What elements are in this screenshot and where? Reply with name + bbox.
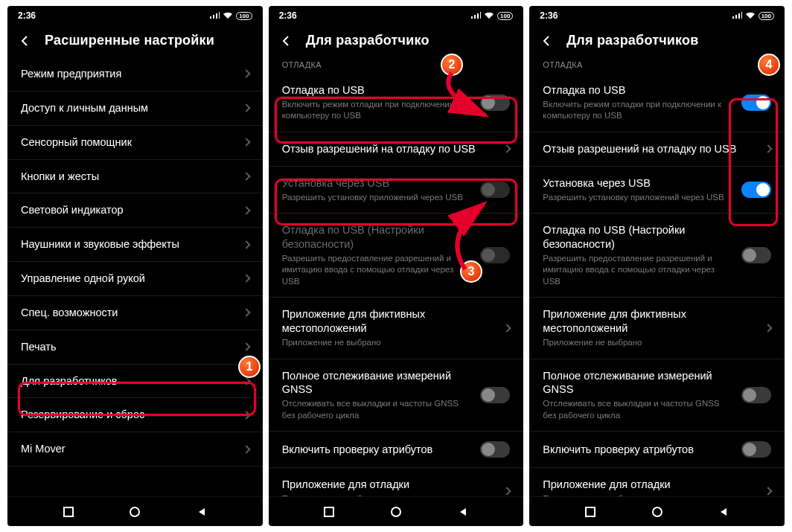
settings-row[interactable]: Включить проверку атрибутов xyxy=(529,432,785,468)
settings-list: Режим предприятияДоступ к личным даннымС… xyxy=(7,57,263,496)
toggle-switch[interactable] xyxy=(741,182,771,198)
settings-row[interactable]: Приложение для отладкиПриложение не выбр… xyxy=(269,468,524,496)
settings-row[interactable]: Приложение для фиктивных местоположенийП… xyxy=(269,298,524,359)
settings-row[interactable]: Печать xyxy=(7,330,263,365)
row-subtitle: Отслеживать все выкладки и частоты GNSS … xyxy=(543,398,734,421)
settings-row[interactable]: Отладка по USBВключить режим отладки при… xyxy=(529,74,785,132)
row-title: Отзыв разрешений на отладку по USB xyxy=(282,142,497,156)
settings-row[interactable]: Режим предприятия xyxy=(7,57,263,92)
svg-point-5 xyxy=(653,507,662,516)
nav-back-icon[interactable] xyxy=(196,506,208,518)
app-bar: Для разработчиков xyxy=(529,22,785,57)
settings-row[interactable]: Отладка по USBВключить режим отладки при… xyxy=(269,74,524,132)
toggle-switch[interactable] xyxy=(480,441,510,458)
chevron-right-icon xyxy=(242,411,250,419)
settings-row[interactable]: Наушники и звуковые эффекты xyxy=(7,228,263,262)
row-title: Световой индикатор xyxy=(21,203,236,217)
chevron-right-icon xyxy=(242,240,250,249)
svg-point-1 xyxy=(130,507,139,516)
nav-recents-icon[interactable] xyxy=(323,506,335,518)
section-label: ОТЛАДКА xyxy=(529,57,785,74)
signal-icon xyxy=(470,12,481,19)
settings-list: Отладка по USBВключить режим отладки при… xyxy=(529,74,785,496)
chevron-right-icon xyxy=(764,145,772,153)
chevron-right-icon xyxy=(764,324,772,332)
nav-back-icon[interactable] xyxy=(457,506,469,518)
settings-row[interactable]: Доступ к личным данным xyxy=(7,92,263,126)
toggle-switch[interactable] xyxy=(741,94,771,111)
settings-row[interactable]: Приложение для фиктивных местоположенийП… xyxy=(529,298,785,359)
battery-icon: 100 xyxy=(497,12,513,20)
toggle-switch[interactable] xyxy=(480,387,510,403)
signal-icon xyxy=(732,12,742,19)
settings-row[interactable]: Сенсорный помощник xyxy=(7,126,263,160)
row-title: Отладка по USB (Настройки безопасности) xyxy=(282,223,473,251)
settings-row[interactable]: Отзыв разрешений на отладку по USB xyxy=(269,132,524,167)
status-icons: 100 xyxy=(732,12,774,20)
settings-row[interactable]: Приложение для отладкиПриложение не выбр… xyxy=(529,468,785,496)
status-time: 2:36 xyxy=(18,10,36,21)
toggle-switch[interactable] xyxy=(480,94,510,111)
back-icon[interactable] xyxy=(18,34,31,48)
row-title: Печать xyxy=(21,340,236,354)
row-title: Полное отслеживание измерений GNSS xyxy=(282,369,473,397)
chevron-right-icon xyxy=(242,104,250,112)
row-title: Отладка по USB xyxy=(282,83,473,97)
row-subtitle: Приложение не выбрано xyxy=(282,337,497,349)
chevron-right-icon xyxy=(764,487,772,496)
toggle-switch[interactable] xyxy=(741,387,771,403)
nav-back-icon[interactable] xyxy=(718,506,729,518)
chevron-right-icon xyxy=(503,324,511,332)
back-icon[interactable] xyxy=(279,34,293,48)
settings-row[interactable]: Световой индикатор xyxy=(7,193,263,228)
settings-row[interactable]: Отладка по USB (Настройки безопасности)Р… xyxy=(269,214,524,298)
nav-home-icon[interactable] xyxy=(129,506,141,518)
nav-recents-icon[interactable] xyxy=(63,506,74,518)
settings-row[interactable]: Спец. возможности xyxy=(7,296,263,330)
chevron-right-icon xyxy=(242,275,250,283)
signal-icon xyxy=(209,12,220,19)
settings-row[interactable]: Отзыв разрешений на отладку по USB xyxy=(529,132,785,167)
wifi-icon xyxy=(223,12,233,19)
settings-row[interactable]: Полное отслеживание измерений GNSSОтслеж… xyxy=(529,359,785,432)
chevron-right-icon xyxy=(242,343,250,351)
section-label: ОТЛАДКА xyxy=(269,57,524,74)
row-title: Включить проверку атрибутов xyxy=(543,443,734,457)
wifi-icon xyxy=(745,12,756,19)
svg-rect-4 xyxy=(586,507,595,516)
toggle-switch[interactable] xyxy=(741,441,771,458)
chevron-right-icon xyxy=(242,445,250,453)
battery-icon: 100 xyxy=(759,12,774,20)
settings-row[interactable]: Включить проверку атрибутов xyxy=(269,432,524,468)
phone-screenshot-3: 2:36 100 Для разработчиков ОТЛАДКА Отлад… xyxy=(529,6,785,526)
settings-row[interactable]: Кнопки и жесты xyxy=(7,160,263,194)
settings-row[interactable]: Установка через USBРазрешить установку п… xyxy=(529,167,785,214)
row-title: Приложение для отладки xyxy=(543,478,758,492)
row-title: Установка через USB xyxy=(543,176,734,190)
nav-home-icon[interactable] xyxy=(651,506,663,518)
nav-bar xyxy=(7,496,263,526)
back-icon[interactable] xyxy=(540,34,553,48)
settings-row[interactable]: Mi Mover xyxy=(7,432,263,467)
nav-home-icon[interactable] xyxy=(390,506,402,518)
settings-row[interactable]: Резервирование и сброс xyxy=(7,398,263,432)
row-subtitle: Отслеживать все выкладки и частоты GNSS … xyxy=(282,398,473,421)
settings-row[interactable]: Установка через USBРазрешить установку п… xyxy=(269,167,524,214)
toggle-switch[interactable] xyxy=(741,247,771,263)
row-subtitle: Приложение не выбрано xyxy=(543,337,758,349)
row-title: Управление одной рукой xyxy=(21,272,236,286)
row-title: Кнопки и жесты xyxy=(21,170,236,184)
page-title: Расширенные настройки xyxy=(45,33,214,48)
settings-row[interactable]: Для разработчиков xyxy=(7,365,263,399)
battery-icon: 100 xyxy=(236,12,252,20)
status-icons: 100 xyxy=(209,12,252,20)
settings-row[interactable]: Полное отслеживание измерений GNSSОтслеж… xyxy=(269,359,524,432)
row-subtitle: Разрешить предоставление разрешений и им… xyxy=(543,253,734,288)
row-subtitle: Включить режим отладки при подключении к… xyxy=(282,99,473,122)
settings-row[interactable]: Управление одной рукой xyxy=(7,262,263,296)
phone-screenshot-1: 2:36 100 Расширенные настройки Режим пре… xyxy=(7,6,263,526)
row-title: Отладка по USB (Настройки безопасности) xyxy=(543,223,734,251)
settings-row[interactable]: Отладка по USB (Настройки безопасности)Р… xyxy=(529,214,785,298)
nav-recents-icon[interactable] xyxy=(584,506,596,518)
row-title: Полное отслеживание измерений GNSS xyxy=(543,369,734,397)
